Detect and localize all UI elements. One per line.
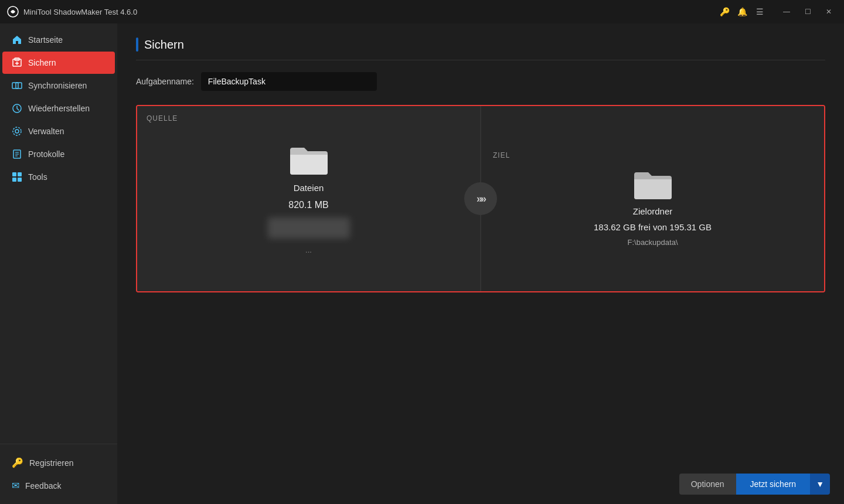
svg-rect-14 [12,178,16,182]
svg-rect-3 [12,83,18,88]
bell-icon[interactable]: 🔔 [737,7,747,16]
target-name: Zielordner [633,206,673,216]
app-title: MiniTool ShadowMaker Test 4.6.0 [23,8,137,16]
mail-icon: ✉ [12,480,19,491]
content-area: Sichern Aufgabenname: QUELLE Dateien 820… [117,23,844,504]
sidebar-item-protokolle[interactable]: Protokolle [2,143,115,165]
svg-point-6 [15,130,19,133]
window-controls: — ☐ ✕ [778,4,837,20]
sidebar-item-wiederherstellen[interactable]: Wiederherstellen [2,97,115,120]
restore-icon [12,103,22,114]
sidebar-item-startseite[interactable]: Startseite [2,29,115,51]
sidebar-item-feedback[interactable]: ✉ Feedback [2,474,115,497]
sidebar-label-sichern: Sichern [28,58,56,67]
sidebar-label-tools: Tools [28,172,47,182]
sidebar-item-synchronisieren[interactable]: Synchronisieren [2,74,115,97]
source-label: QUELLE [147,114,178,122]
titlebar-left: MiniTool ShadowMaker Test 4.6.0 [7,6,137,18]
source-dots: ... [305,246,312,254]
sidebar-label-protokolle: Protokolle [28,149,64,159]
sidebar: Startseite Sichern [0,23,117,504]
menu-icon[interactable]: ☰ [755,7,764,16]
tools-icon [12,172,22,182]
svg-rect-12 [12,172,16,176]
footer-buttons: Optionen Jetzt sichern ▼ [679,474,830,495]
titlebar-right: 🔑 🔔 ☰ — ☐ ✕ [720,4,837,20]
titlebar: MiniTool ShadowMaker Test 4.6.0 🔑 🔔 ☰ — … [0,0,844,23]
key-icon[interactable]: 🔑 [720,7,729,16]
titlebar-icons: 🔑 🔔 ☰ [720,7,764,16]
home-icon [12,35,22,45]
app-logo [7,6,19,18]
sync-icon [12,80,22,91]
sidebar-item-registrieren[interactable]: 🔑 Registrieren [2,451,115,474]
target-free: 183.62 GB frei von 195.31 GB [594,222,712,232]
arrow-button[interactable]: »» [464,182,497,215]
svg-rect-4 [16,83,22,88]
close-button[interactable]: ✕ [821,4,837,20]
sidebar-label-registrieren: Registrieren [29,458,73,468]
sidebar-item-verwalten[interactable]: Verwalten [2,120,115,142]
sidebar-label-startseite: Startseite [28,35,63,45]
task-name-row: Aufgabenname: [136,72,825,91]
log-icon [12,149,22,159]
sidebar-label-wiederherstellen: Wiederherstellen [28,104,90,113]
target-panel[interactable]: ZIEL Zielordner 183.62 GB frei von 195.3… [481,106,824,291]
source-size: 820.1 MB [288,200,328,210]
arrow-icon: »» [477,193,485,205]
target-path: F:\backupdata\ [628,238,678,247]
svg-point-7 [13,127,21,135]
sidebar-item-tools[interactable]: Tools [2,166,115,188]
backup-dropdown-button[interactable]: ▼ [810,474,830,495]
task-name-input[interactable] [201,72,377,91]
source-folder-icon [288,143,330,176]
task-name-label: Aufgabenname: [136,77,194,86]
sidebar-nav: Startseite Sichern [0,23,117,444]
target-folder-icon [632,168,674,200]
source-panel[interactable]: QUELLE Dateien 820.1 MB ... [137,106,480,291]
sidebar-label-synchronisieren: Synchronisieren [28,81,87,90]
svg-rect-15 [18,178,22,182]
main-layout: Startseite Sichern [0,23,844,504]
maximize-button[interactable]: ☐ [799,4,816,20]
manage-icon [12,126,22,137]
sidebar-label-feedback: Feedback [25,481,61,491]
key-icon: 🔑 [12,457,23,468]
header-accent-bar [136,38,138,52]
sidebar-item-sichern[interactable]: Sichern [2,52,115,74]
backup-panel-wrapper: QUELLE Dateien 820.1 MB ... ZIEL [136,105,825,292]
source-blurred-content [268,217,350,239]
options-button[interactable]: Optionen [679,474,736,495]
backup-button[interactable]: Jetzt sichern [736,474,811,495]
minimize-button[interactable]: — [778,4,795,20]
sidebar-bottom: 🔑 Registrieren ✉ Feedback [0,444,117,504]
backup-icon [12,57,22,68]
target-label: ZIEL [493,151,510,159]
page-header: Sichern [136,38,825,60]
page-title: Sichern [144,38,184,52]
source-name: Dateien [294,183,324,193]
sidebar-label-verwalten: Verwalten [28,127,64,136]
svg-rect-13 [18,172,22,176]
